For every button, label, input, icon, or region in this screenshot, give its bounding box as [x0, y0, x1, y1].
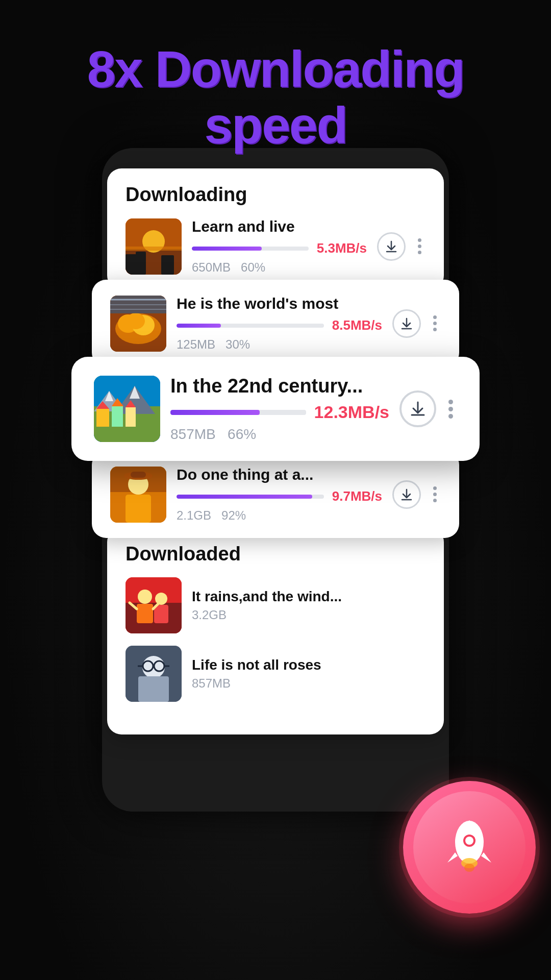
hero-title: 8x Downloading speed — [0, 41, 551, 153]
dot-10 — [433, 486, 437, 490]
download-item-2: He is the world's most 8.5MB/s 125MB 30% — [110, 295, 441, 352]
card-downloading-top: Downloading Learn and live — [107, 168, 444, 290]
item-3-speed: 12.3MB/s — [314, 402, 389, 422]
item-4-title: Do one thing at a... — [177, 466, 382, 483]
svg-rect-22 — [112, 406, 123, 427]
thumb-item-1 — [126, 218, 182, 275]
download-arrow-icon-2 — [399, 316, 414, 331]
item-1-info: Learn and live 5.3MB/s 650MB 60% — [192, 218, 367, 275]
item-1-more-btn[interactable] — [414, 234, 425, 258]
item-3-title: In the 22nd century... — [170, 375, 389, 397]
download-item-4: Do one thing at a... 9.7MB/s 2.1GB 92% — [110, 466, 441, 523]
dl-1-size: 3.2GB — [192, 608, 425, 622]
dot-5 — [433, 322, 437, 325]
item-1-meta: 650MB 60% — [192, 260, 367, 275]
svg-rect-39 — [154, 605, 168, 623]
svg-rect-24 — [126, 407, 136, 427]
dl-1-info: It rains,and the wind... 3.2GB — [192, 589, 425, 622]
item-3-meta: 857MB 66% — [170, 426, 389, 443]
svg-rect-31 — [126, 495, 151, 523]
item-1-progress-fill — [192, 247, 262, 251]
item-2-progress-row: 8.5MB/s — [177, 317, 382, 333]
card-downloading-3: In the 22nd century... 12.3MB/s 857MB 66… — [71, 357, 480, 461]
thumb-item-3 — [94, 376, 160, 442]
card-downloading-4: Do one thing at a... 9.7MB/s 2.1GB 92% — [92, 451, 459, 538]
item-4-progress-row: 9.7MB/s — [177, 488, 382, 504]
item-1-progress-row: 5.3MB/s — [192, 240, 367, 256]
hero-line2: speed — [0, 97, 551, 153]
item-3-actions — [399, 390, 457, 427]
rocket-fab[interactable] — [403, 781, 536, 914]
dot-6 — [433, 328, 437, 331]
svg-point-52 — [465, 837, 473, 845]
dot-12 — [433, 499, 437, 502]
item-2-download-btn[interactable] — [392, 309, 421, 338]
item-3-progress-row: 12.3MB/s — [170, 402, 389, 422]
dl-2-title: Life is not all roses — [192, 657, 425, 673]
thumb-dl-1 — [126, 577, 182, 633]
svg-rect-6 — [161, 255, 174, 275]
svg-point-36 — [138, 590, 152, 604]
item-2-title: He is the world's most — [177, 295, 382, 312]
cards-container: Downloading Learn and live — [87, 168, 464, 734]
thumb-item-2 — [110, 296, 166, 352]
item-3-info: In the 22nd century... 12.3MB/s 857MB 66… — [170, 375, 389, 443]
downloaded-item-1: It rains,and the wind... 3.2GB — [126, 577, 425, 633]
item-1-download-btn[interactable] — [377, 232, 406, 261]
card-downloading-2: He is the world's most 8.5MB/s 125MB 30% — [92, 280, 459, 367]
download-item-1: Learn and live 5.3MB/s 650MB 60% — [126, 218, 425, 275]
card-downloaded: Downloaded It rains,and the wind — [107, 528, 444, 734]
dot-3 — [418, 251, 421, 254]
item-4-more-btn[interactable] — [429, 482, 441, 506]
rocket-circle-inner — [413, 791, 525, 903]
rocket-icon — [436, 814, 503, 880]
dot-4 — [433, 315, 437, 319]
svg-rect-33 — [131, 472, 146, 478]
item-1-actions — [377, 232, 425, 261]
item-2-progress-fill — [177, 324, 221, 328]
dl-2-info: Life is not all roses 857MB — [192, 657, 425, 691]
item-2-more-btn[interactable] — [429, 311, 441, 335]
item-1-title: Learn and live — [192, 218, 367, 235]
dl-1-title: It rains,and the wind... — [192, 589, 425, 605]
item-4-actions — [392, 480, 441, 509]
hero-line1: 8x Downloading — [0, 41, 551, 97]
dl-2-size: 857MB — [192, 676, 425, 691]
item-4-progress-fill — [177, 495, 312, 499]
dot-9 — [448, 414, 453, 419]
download-arrow-icon-3 — [409, 400, 427, 418]
svg-rect-3 — [126, 247, 182, 251]
item-2-actions — [392, 309, 441, 338]
rocket-circle-outer — [403, 781, 536, 914]
svg-point-54 — [464, 864, 474, 872]
thumb-dl-2 — [126, 646, 182, 702]
item-3-more-btn[interactable] — [444, 396, 457, 423]
dot-11 — [433, 493, 437, 496]
item-3-download-btn[interactable] — [399, 390, 436, 427]
download-arrow-icon-4 — [399, 487, 414, 502]
item-4-meta: 2.1GB 92% — [177, 508, 382, 523]
item-2-meta: 125MB 30% — [177, 337, 382, 352]
item-4-download-btn[interactable] — [392, 480, 421, 509]
download-item-3: In the 22nd century... 12.3MB/s 857MB 66… — [94, 375, 457, 443]
svg-rect-20 — [96, 409, 109, 427]
downloaded-title: Downloaded — [126, 543, 425, 565]
dot-2 — [418, 244, 421, 248]
item-2-progress-bg — [177, 324, 324, 328]
item-4-progress-bg — [177, 495, 324, 499]
dot-1 — [418, 238, 421, 242]
downloading-title: Downloading — [126, 184, 425, 206]
item-2-info: He is the world's most 8.5MB/s 125MB 30% — [177, 295, 382, 352]
item-1-speed: 5.3MB/s — [317, 240, 367, 256]
item-3-progress-bg — [170, 410, 306, 415]
svg-point-11 — [127, 313, 145, 329]
downloaded-item-2: Life is not all roses 857MB — [126, 646, 425, 702]
item-1-progress-bg — [192, 247, 309, 251]
item-2-speed: 8.5MB/s — [332, 317, 382, 333]
dot-7 — [448, 400, 453, 404]
item-4-speed: 9.7MB/s — [332, 488, 382, 504]
svg-rect-5 — [136, 252, 146, 275]
svg-rect-44 — [138, 676, 169, 702]
item-3-progress-fill — [170, 410, 260, 415]
item-4-info: Do one thing at a... 9.7MB/s 2.1GB 92% — [177, 466, 382, 523]
